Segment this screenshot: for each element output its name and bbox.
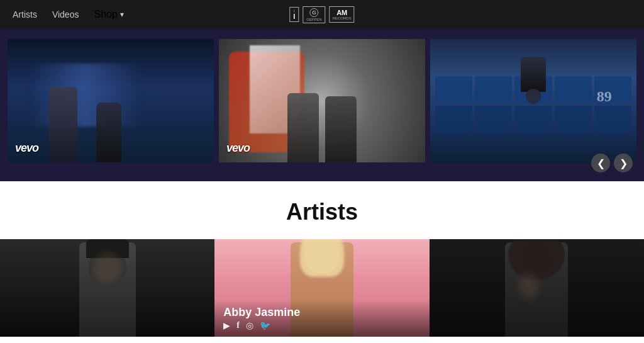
person-theater bbox=[521, 57, 546, 104]
seat bbox=[555, 106, 592, 133]
am-text: AM bbox=[336, 9, 347, 16]
prev-button[interactable]: ❮ bbox=[591, 154, 610, 172]
video-3-bg: 89 bbox=[430, 39, 636, 162]
figure-1 bbox=[49, 87, 77, 162]
nav-shop-label: Shop bbox=[94, 9, 117, 20]
chevron-down-icon: ▾ bbox=[120, 10, 124, 19]
artist-3-bg bbox=[430, 239, 644, 337]
interscope-logo: i I bbox=[289, 7, 299, 22]
number-badge: 89 bbox=[597, 88, 612, 105]
seat bbox=[435, 76, 472, 103]
artist-2-social: ▶ f ◎ 🐦 bbox=[223, 320, 420, 330]
twitter-icon[interactable]: 🐦 bbox=[260, 320, 270, 330]
next-button[interactable]: ❯ bbox=[614, 154, 633, 172]
face-light bbox=[93, 252, 121, 283]
hero-section: vevo vevo bbox=[0, 29, 644, 181]
main-nav: Artists Videos Shop ▾ i I G GEFFEN AM RE… bbox=[0, 0, 644, 29]
geffen-circle: G bbox=[310, 8, 319, 17]
figures bbox=[49, 87, 121, 162]
seat bbox=[475, 106, 512, 133]
logo-main-text: I bbox=[293, 13, 295, 20]
nav-shop[interactable]: Shop ▾ bbox=[94, 9, 123, 20]
artist-2-overlay: Abby Jasmine ▶ f ◎ 🐦 bbox=[214, 300, 429, 337]
vevo-badge-1: vevo bbox=[15, 142, 38, 155]
geffen-label: GEFFEN bbox=[306, 18, 321, 21]
am-logo: AM RECORDS bbox=[330, 6, 355, 23]
nav-artists[interactable]: Artists bbox=[13, 9, 37, 20]
artist-card-2[interactable]: Abby Jasmine ▶ f ◎ 🐦 bbox=[214, 239, 429, 337]
figure-4 bbox=[325, 96, 357, 162]
facebook-icon[interactable]: f bbox=[236, 320, 240, 330]
seat bbox=[555, 76, 592, 103]
dark-bg bbox=[0, 239, 214, 337]
youtube-icon[interactable]: ▶ bbox=[223, 320, 230, 330]
video-2-bg bbox=[219, 39, 425, 162]
artist-1-bg bbox=[0, 239, 214, 337]
seat bbox=[475, 76, 512, 103]
artists-section: Artists bbox=[0, 181, 644, 337]
video-card-2[interactable]: vevo bbox=[219, 39, 425, 162]
artist-card-3[interactable] bbox=[430, 239, 644, 337]
nav-links: Artists Videos Shop ▾ bbox=[13, 9, 124, 20]
dark-bg-3 bbox=[430, 239, 644, 337]
face-glow bbox=[519, 274, 538, 299]
nav-videos[interactable]: Videos bbox=[52, 9, 79, 20]
head bbox=[526, 89, 541, 104]
video-card-3[interactable]: 89 bbox=[430, 39, 636, 162]
seat bbox=[435, 106, 472, 133]
artist-2-name: Abby Jasmine bbox=[223, 306, 420, 319]
geffen-logo: G GEFFEN bbox=[303, 6, 325, 23]
am-sub: RECORDS bbox=[333, 16, 352, 20]
carousel-nav: ❮ ❯ bbox=[591, 154, 633, 172]
artist-hair bbox=[300, 239, 344, 277]
video-card-1[interactable]: vevo bbox=[8, 39, 214, 162]
brand-logos: i I G GEFFEN AM RECORDS bbox=[289, 6, 354, 23]
artists-grid: Abby Jasmine ▶ f ◎ 🐦 bbox=[0, 239, 644, 337]
body bbox=[521, 57, 546, 92]
artists-title: Artists bbox=[0, 199, 644, 225]
vevo-badge-2: vevo bbox=[226, 142, 250, 155]
tunnel-figures bbox=[287, 93, 357, 162]
figure-3 bbox=[287, 93, 319, 162]
figure-2 bbox=[96, 103, 121, 162]
seat bbox=[594, 106, 631, 133]
seat bbox=[514, 106, 552, 133]
video-1-bg bbox=[8, 39, 214, 162]
video-strip: vevo vevo bbox=[0, 39, 644, 162]
instagram-icon[interactable]: ◎ bbox=[246, 320, 253, 330]
artist-card-1[interactable] bbox=[0, 239, 214, 337]
